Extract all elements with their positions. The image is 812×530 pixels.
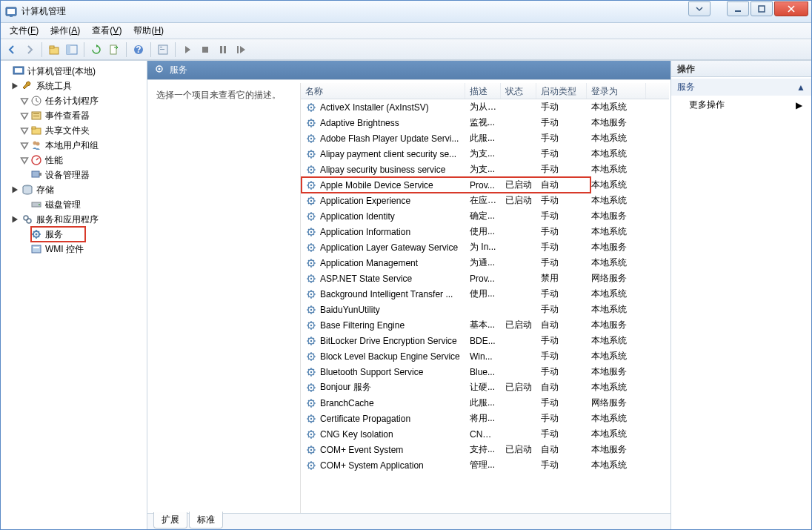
- service-name: Application Experience: [320, 196, 410, 206]
- forward-button[interactable]: [21, 42, 38, 58]
- service-row[interactable]: Background Intelligent Transfer ...使用...…: [301, 286, 669, 302]
- performance-icon: [30, 154, 42, 166]
- window-dropdown-button[interactable]: [688, 1, 710, 16]
- expander-icon[interactable]: [11, 82, 20, 90]
- menu-file[interactable]: 文件(F): [4, 23, 44, 39]
- service-desc: 在应 ...: [465, 194, 501, 207]
- gear-icon: [30, 228, 42, 240]
- col-header-desc[interactable]: 描述: [465, 83, 501, 99]
- service-desc: Prov...: [465, 274, 501, 284]
- refresh-button[interactable]: [88, 42, 104, 58]
- services-list[interactable]: 名称 描述 状态 启动类型 登录为 ActiveX Installer (AxI…: [300, 83, 669, 513]
- service-name: Certificate Propagation: [320, 414, 410, 424]
- tree-performance[interactable]: 性能: [2, 153, 145, 168]
- tree-panel[interactable]: 计算机管理(本地) 系统工具 任务计划程序 事件查看器 共享文件夹: [1, 61, 147, 529]
- menu-action[interactable]: 操作(A): [44, 23, 86, 39]
- service-row[interactable]: Adaptive Brightness监视...手动本地服务: [301, 115, 669, 130]
- service-row[interactable]: COM+ System Application管理...手动本地系统: [301, 457, 669, 473]
- tree-root[interactable]: 计算机管理(本地): [2, 64, 145, 79]
- service-row[interactable]: ActiveX Installer (AxInstSV)为从 ...手动本地系统: [301, 99, 669, 115]
- col-header-logon[interactable]: 登录为: [587, 83, 646, 99]
- up-button[interactable]: [46, 42, 62, 58]
- service-row[interactable]: CNG Key IsolationCNG...手动本地系统: [301, 426, 669, 442]
- expander-icon[interactable]: [20, 156, 29, 165]
- service-row[interactable]: Application Layer Gateway Service为 In...…: [301, 239, 669, 255]
- menu-bar: 文件(F) 操作(A) 查看(V) 帮助(H): [1, 23, 811, 39]
- service-row[interactable]: Application Identity确定...手动本地服务: [301, 208, 669, 224]
- tree-shared-folders[interactable]: 共享文件夹: [2, 123, 145, 138]
- service-row[interactable]: Application Experience在应 ...已启动手动本地系统: [301, 193, 669, 208]
- service-logon: 本地服务: [587, 365, 646, 378]
- tree-wmi[interactable]: WMI 控件: [2, 242, 145, 256]
- expander-icon[interactable]: [20, 111, 29, 120]
- service-row[interactable]: Bonjour 服务让硬...已启动自动本地系统: [301, 380, 669, 395]
- gear-icon: [305, 288, 317, 300]
- service-logon: 本地系统: [587, 350, 646, 362]
- help-button[interactable]: ?: [130, 42, 147, 58]
- expander-icon[interactable]: [20, 96, 29, 105]
- svg-rect-15: [202, 47, 208, 53]
- service-row[interactable]: Alipay payment client security se...为支..…: [301, 146, 669, 162]
- col-header-startup[interactable]: 启动类型: [536, 83, 587, 99]
- minimize-button[interactable]: [727, 1, 749, 16]
- col-header-name[interactable]: 名称: [301, 83, 465, 99]
- col-header-status[interactable]: 状态: [501, 83, 536, 99]
- tree-storage[interactable]: 存储: [2, 182, 145, 197]
- actions-more[interactable]: 更多操作 ▶: [671, 96, 811, 114]
- expander-icon[interactable]: [20, 141, 29, 150]
- tab-standard[interactable]: 标准: [189, 511, 223, 529]
- toolbar-separator: [150, 42, 151, 57]
- menu-view[interactable]: 查看(V): [86, 23, 127, 39]
- service-row[interactable]: Base Filtering Engine基本...已启动自动本地服务: [301, 317, 669, 333]
- svg-point-78: [310, 371, 312, 372]
- tree-device-manager[interactable]: 设备管理器: [2, 168, 145, 182]
- tree-event-viewer[interactable]: 事件查看器: [2, 108, 145, 123]
- service-startup: 手动: [536, 116, 587, 129]
- svg-point-86: [310, 433, 312, 434]
- export-button[interactable]: [106, 42, 122, 58]
- window-title: 计算机管理: [21, 5, 66, 18]
- maximize-button[interactable]: [751, 1, 773, 16]
- tree-system-tools[interactable]: 系统工具: [2, 79, 145, 93]
- pause-button[interactable]: [215, 42, 231, 58]
- service-startup: 禁用: [536, 272, 587, 285]
- tree-services[interactable]: 服务: [2, 227, 145, 242]
- properties-button[interactable]: [155, 42, 171, 58]
- description-prompt: 选择一个项目来查看它的描述。: [156, 89, 293, 102]
- service-row[interactable]: Adobe Flash Player Update Servi...此服...手…: [301, 130, 669, 146]
- toolbar-separator: [41, 42, 42, 57]
- service-row[interactable]: Block Level Backup Engine ServiceWin...手…: [301, 348, 669, 364]
- close-button[interactable]: [774, 1, 808, 16]
- stop-button[interactable]: [197, 42, 213, 58]
- service-row[interactable]: Certificate Propagation将用...手动本地系统: [301, 411, 669, 426]
- service-row[interactable]: Bluetooth Support ServiceBlue...手动本地服务: [301, 364, 669, 380]
- service-row[interactable]: COM+ Event System支持...已启动自动本地服务: [301, 442, 669, 457]
- expander-icon[interactable]: [20, 126, 29, 135]
- description-panel: 选择一个项目来查看它的描述。: [149, 83, 300, 513]
- service-row[interactable]: Application Information使用...手动本地系统: [301, 224, 669, 239]
- expander-icon[interactable]: [11, 185, 20, 194]
- service-row[interactable]: BranchCache此服...手动网络服务: [301, 395, 669, 411]
- service-row[interactable]: BitLocker Drive Encryption ServiceBDE...…: [301, 333, 669, 348]
- service-row[interactable]: Application Management为通...手动本地系统: [301, 255, 669, 271]
- service-row[interactable]: ASP.NET State ServiceProv...禁用网络服务: [301, 271, 669, 286]
- restart-button[interactable]: [233, 42, 249, 58]
- service-name: Adobe Flash Player Update Servi...: [320, 133, 459, 144]
- tree-services-apps[interactable]: 服务和应用程序: [2, 212, 145, 227]
- service-row[interactable]: Alipay security business service为支...手动本…: [301, 162, 669, 177]
- service-row[interactable]: BaiduYunUtility手动本地系统: [301, 302, 669, 317]
- tree-local-users[interactable]: 本地用户和组: [2, 138, 145, 153]
- service-name: Alipay payment client security se...: [320, 149, 456, 159]
- show-hide-tree-button[interactable]: [64, 42, 80, 58]
- expander-icon[interactable]: [11, 215, 20, 224]
- tree-disk-mgmt[interactable]: 磁盘管理: [2, 197, 145, 212]
- service-row[interactable]: Apple Mobile Device ServiceProv...已启动自动本…: [301, 177, 669, 193]
- menu-help[interactable]: 帮助(H): [127, 23, 170, 39]
- tree-task-scheduler[interactable]: 任务计划程序: [2, 93, 145, 108]
- tab-extended[interactable]: 扩展: [153, 512, 187, 529]
- actions-section-services[interactable]: 服务 ▲: [671, 79, 811, 96]
- back-button[interactable]: [4, 42, 20, 58]
- start-service-button[interactable]: [179, 42, 196, 58]
- service-startup: 手动: [536, 132, 587, 145]
- service-logon: 本地系统: [587, 132, 646, 145]
